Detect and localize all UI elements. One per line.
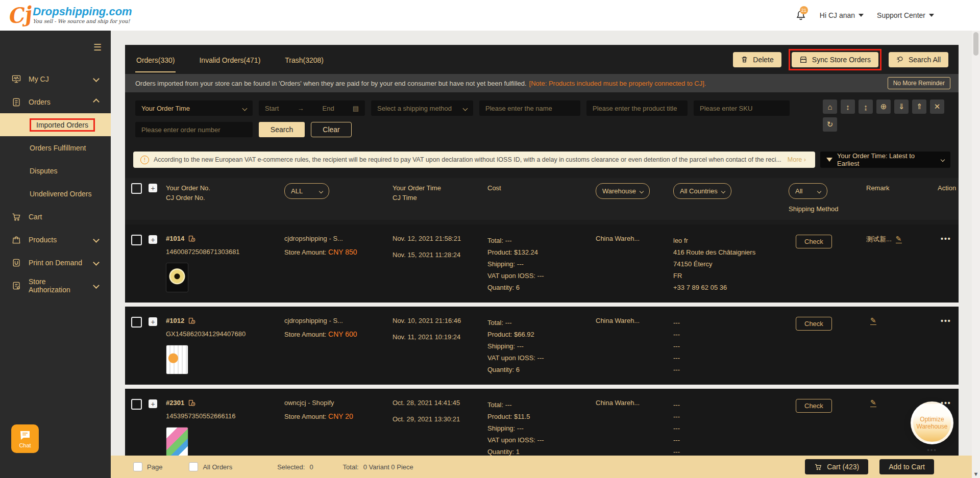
store-filter-dropdown[interactable]: ALL (284, 183, 329, 199)
chevron-down-icon (93, 76, 100, 82)
product-thumbnail[interactable] (166, 345, 188, 374)
sidebar-item-my-cj[interactable]: My CJ (0, 67, 111, 90)
expand-all-icon[interactable]: ↕ (841, 99, 855, 114)
row-more-actions[interactable]: ••• (934, 317, 959, 325)
sidebar-item-print-on-demand[interactable]: Print on Demand (0, 251, 111, 274)
sidebar-item-imported-orders[interactable]: Imported Orders (0, 113, 111, 136)
row-more-actions[interactable]: ••• (934, 235, 959, 243)
sidebar-item-store-authorization[interactable]: Store Authorization (0, 274, 111, 297)
row-checkbox[interactable] (131, 235, 142, 245)
expand-row-button[interactable]: + (149, 235, 157, 244)
select-all-checkbox[interactable] (131, 183, 142, 194)
sync-store-orders-button[interactable]: Sync Store Orders (792, 52, 878, 67)
page-checkbox[interactable] (133, 462, 142, 471)
check-button[interactable]: Check (796, 317, 832, 331)
product-thumbnail[interactable] (166, 263, 188, 292)
optimize-warehouse-button[interactable]: Optimize Warehouse (911, 401, 953, 444)
sort-order-button[interactable]: Your Order Time: Latest to Earliest (820, 152, 950, 168)
warehouse-cell: China Wareh... (596, 399, 673, 407)
sidebar-item-disputes[interactable]: Disputes (0, 159, 111, 182)
check-button[interactable]: Check (796, 235, 832, 248)
expand-row-button[interactable]: + (149, 399, 157, 408)
name-filter-input[interactable] (479, 100, 580, 116)
vat-more-link[interactable]: More › (788, 156, 806, 163)
product-title-filter-input[interactable] (586, 100, 688, 116)
shipping-filter-dropdown[interactable]: All (789, 183, 827, 199)
logo[interactable]: Cj Dropshipping.com You sell - We source… (7, 7, 132, 24)
column-remark: Remark (862, 183, 934, 193)
collapse-all-icon[interactable]: ↨ (859, 99, 873, 114)
check-button[interactable]: Check (796, 399, 832, 413)
notifications-bell-icon[interactable]: 21 (795, 10, 806, 21)
warehouse-filter-dropdown[interactable]: Warehouse (596, 183, 650, 199)
order-history-icon[interactable] (188, 399, 195, 407)
cart-button[interactable]: Cart (423) (805, 459, 868, 474)
sidebar-item-undelivered-orders[interactable]: Undelivered Orders (0, 182, 111, 205)
shipping-method-select[interactable]: Select a shipping method (371, 100, 473, 116)
cj-order-no: GX1458620341294407680 (166, 330, 284, 338)
order-history-icon[interactable] (188, 235, 195, 242)
remark-text: 测试新... (866, 235, 892, 244)
scrollbar-down-arrow[interactable]: ▼ (972, 471, 980, 477)
remove-order-icon[interactable]: ✕ (930, 99, 944, 114)
sidebar-label: Imported Orders (36, 121, 88, 129)
row-checkbox[interactable] (131, 399, 142, 410)
sidebar-collapse-icon[interactable]: ☰ (93, 42, 102, 53)
sidebar-label: My CJ (29, 75, 49, 83)
order-row: + #1012 GX1458620341294407680 cjdropship… (125, 303, 959, 385)
delete-button[interactable]: Delete (733, 52, 781, 67)
sidebar-item-cart[interactable]: Cart (0, 205, 111, 228)
expand-row-button[interactable]: + (149, 317, 157, 326)
order-history-icon[interactable] (188, 317, 195, 324)
scrollbar-thumb[interactable] (973, 32, 978, 56)
optimize-line1: Optimize (920, 416, 944, 423)
sidebar-label: Store Authorization (29, 278, 87, 294)
cost-line: VAT upon IOSS: --- (487, 352, 596, 364)
create-order-icon[interactable]: ⊕ (876, 99, 891, 114)
chat-button[interactable]: Chat (11, 424, 39, 453)
tab-invalid-orders[interactable]: Invalid Orders(471) (198, 47, 261, 72)
sort-label: Your Order Time: Latest to Earliest (837, 152, 937, 167)
ioss-sync-icon[interactable]: ↻ (823, 117, 837, 132)
sidebar-item-products[interactable]: Products (0, 228, 111, 251)
sidebar-item-orders-fulfillment[interactable]: Orders Fulfillment (0, 136, 111, 159)
row-checkbox[interactable] (131, 317, 142, 328)
search-all-button[interactable]: Search All (889, 52, 948, 67)
shopping-bag-icon (11, 235, 21, 245)
sidebar-item-orders[interactable]: Orders (0, 90, 111, 113)
edit-remark-icon[interactable]: ✎ (896, 235, 902, 243)
optimize-more-dots[interactable]: ••• (927, 446, 937, 454)
edit-address-icon[interactable]: ⌂ (823, 99, 837, 114)
chevron-down-icon (721, 189, 725, 193)
order-time-type-select[interactable]: Your Order Time (135, 100, 253, 116)
warehouse-cell: China Wareh... (596, 317, 673, 324)
edit-remark-icon[interactable]: ✎ (870, 317, 876, 325)
all-orders-checkbox[interactable] (189, 462, 198, 471)
product-thumbnail[interactable] (166, 427, 188, 457)
clear-button[interactable]: Clear (311, 122, 352, 137)
expand-all-rows-button[interactable]: + (149, 184, 157, 192)
address-cell: leo fr416 Route des Châtaigniers74150 Ét… (673, 235, 782, 293)
sidebar: ☰ My CJ Orders Imported Orders (0, 31, 111, 478)
tab-orders[interactable]: Orders(330) (135, 47, 176, 72)
search-button[interactable]: Search (259, 122, 305, 137)
sidebar-label: Cart (29, 213, 42, 221)
address-line: FR (673, 270, 782, 282)
date-range-picker[interactable]: Start → End ▤ (259, 100, 365, 116)
user-menu[interactable]: Hi CJ anan (820, 11, 864, 19)
edit-remark-icon[interactable]: ✎ (870, 399, 876, 407)
scrollbar[interactable]: ▼ (972, 31, 980, 478)
tab-trash[interactable]: Trash(3208) (284, 47, 325, 72)
order-row: + #2301 1453957350552666116 owncjcj - Sh… (125, 385, 959, 467)
table-header: + Your Order No. CJ Order No. ALL Your O… (125, 178, 959, 220)
export-excel-icon[interactable]: ⇓ (894, 99, 909, 114)
no-more-reminder-button[interactable]: No More Reminder (888, 77, 950, 89)
support-center-menu[interactable]: Support Center (877, 11, 934, 19)
cost-cell: Total: ---Product: $132.24Shipping: ---V… (487, 235, 596, 293)
country-filter-dropdown[interactable]: All Countries (673, 183, 731, 199)
sku-filter-input[interactable] (694, 100, 790, 116)
store-amount-value: CNY 600 (328, 330, 357, 338)
import-excel-icon[interactable]: ⇑ (912, 99, 926, 114)
order-number-filter-input[interactable] (135, 122, 253, 137)
add-to-cart-button[interactable]: Add to Cart (879, 459, 934, 474)
